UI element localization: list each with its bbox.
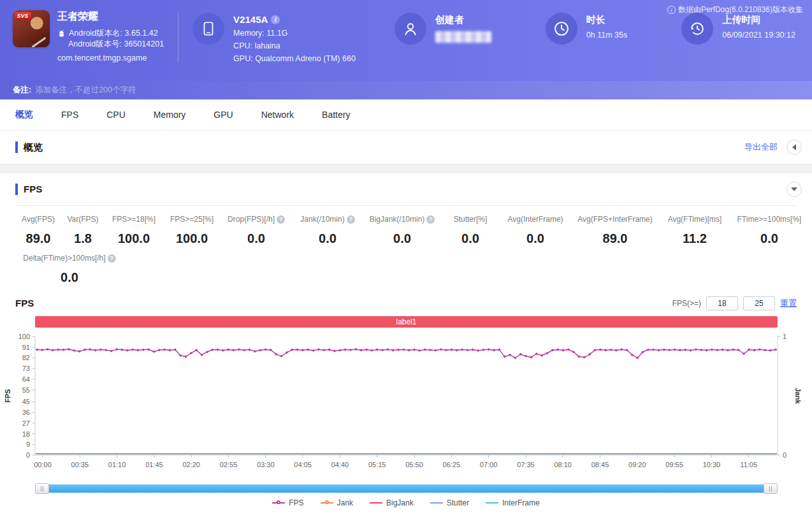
chart-range-scrollbar	[35, 483, 778, 495]
svg-text:82: 82	[22, 354, 30, 361]
svg-text:FPS: FPS	[4, 389, 11, 402]
device-info-icon[interactable]: i	[271, 15, 280, 24]
svg-text:05:50: 05:50	[405, 461, 423, 468]
tab-fps[interactable]: FPS	[61, 110, 78, 120]
stat-value: 0.0	[294, 231, 361, 246]
reset-link[interactable]: 重置	[780, 298, 797, 309]
help-icon[interactable]: ?	[277, 215, 285, 224]
scrollbar-track[interactable]	[35, 484, 778, 493]
legend-item-interframe[interactable]: InterFrame	[486, 498, 540, 507]
fps-threshold-low-input[interactable]	[706, 296, 738, 310]
svg-text:100: 100	[18, 333, 30, 340]
svg-text:02:20: 02:20	[182, 461, 200, 468]
tab-battery[interactable]: Battery	[322, 110, 350, 120]
chart-legend: FPSJankBigJankStutterInterFrame	[0, 495, 812, 510]
tab-gpu[interactable]: GPU	[214, 110, 233, 120]
scrollbar-left-handle[interactable]	[35, 483, 49, 494]
svg-text:64: 64	[22, 375, 30, 383]
legend-item-stutter[interactable]: Stutter	[430, 498, 469, 507]
android-version-code: Android版本号: 365014201	[68, 39, 164, 50]
creator-circle	[395, 13, 426, 45]
report-header: i 数据由PerfDog(6.0.210836)版本收集 5V5 王者荣耀 An…	[0, 0, 812, 81]
legend-item-jank[interactable]: Jank	[321, 498, 353, 507]
svg-text:27: 27	[22, 419, 30, 427]
legend-item-fps[interactable]: FPS	[272, 498, 303, 507]
remark-label: 备注:	[13, 85, 31, 96]
creator-block: 创建者	[395, 13, 491, 45]
fps-threshold-high-input[interactable]	[743, 296, 775, 310]
fps-chart-title: FPS	[15, 298, 34, 308]
export-all-link[interactable]: 导出全部	[744, 141, 778, 153]
stat-r1-6: BigJank(/10min)?0.0	[363, 215, 441, 246]
section-tabs: 概览FPSCPUMemoryGPUNetworkBattery	[0, 99, 812, 131]
stat-label: Drop(FPS)[/h]	[228, 215, 275, 224]
spacer	[654, 9, 655, 59]
fps-chart-area[interactable]: 100918273645545362718901000:0000:3501:10…	[0, 328, 812, 482]
svg-text:11:05: 11:05	[740, 461, 757, 468]
stat-label: FTime>=100ms[%]	[737, 215, 802, 224]
creator-name-redacted	[435, 31, 491, 43]
stat-value: 0.0	[502, 231, 569, 246]
remark-bar[interactable]: 备注: 添加备注，不超过200个字符	[0, 81, 812, 99]
svg-text:07:35: 07:35	[517, 461, 535, 468]
stat-value: 89.0	[574, 231, 656, 246]
legend-marker	[272, 502, 285, 504]
legend-label: Stutter	[447, 498, 469, 507]
device-info-block: V2145A i Memory: 11.1G CPU: lahaina GPU:…	[192, 13, 356, 63]
svg-text:04:05: 04:05	[294, 461, 312, 468]
svg-text:00:35: 00:35	[71, 461, 89, 468]
stat-label: Avg(FTime)[ms]	[668, 215, 722, 224]
svg-text:04:40: 04:40	[331, 461, 349, 468]
spacer	[518, 9, 519, 59]
overview-title: 概览	[15, 141, 43, 153]
tab-network[interactable]: Network	[261, 110, 294, 120]
scrollbar-right-handle[interactable]	[764, 483, 778, 494]
tab-概览[interactable]: 概览	[15, 109, 33, 120]
svg-text:05:15: 05:15	[368, 461, 386, 468]
duration-label: 时长	[586, 14, 627, 26]
stat-label: FPS>=18[%]	[112, 215, 156, 224]
fps-stats-row-1: Avg(FPS)89.0Var(FPS)1.8FPS>=18[%]100.0FP…	[0, 206, 812, 246]
stat-label: Avg(InterFrame)	[507, 215, 563, 224]
svg-text:73: 73	[22, 365, 30, 372]
overview-section-header: 概览 导出全部	[0, 131, 812, 164]
tab-cpu[interactable]: CPU	[106, 110, 126, 120]
legend-dot	[277, 500, 280, 504]
spacer	[375, 9, 375, 59]
stat-label: BigJank(/10min)	[370, 215, 425, 224]
help-icon[interactable]: ?	[347, 215, 355, 224]
svg-text:1: 1	[783, 333, 787, 340]
overview-collapse-button[interactable]	[787, 140, 802, 155]
legend-marker	[430, 502, 443, 504]
stat-label: Delta(FTime)>100ms[/h]	[23, 254, 105, 263]
stat-value: 100.0	[107, 231, 161, 246]
fps-line-chart[interactable]: 100918273645545362718901000:0000:3501:10…	[0, 328, 812, 479]
game-title: 王者荣耀	[57, 10, 164, 24]
stat-value: 11.2	[662, 231, 728, 246]
header-divider	[178, 13, 178, 62]
svg-text:07:00: 07:00	[480, 461, 498, 468]
svg-text:01:45: 01:45	[145, 461, 163, 468]
device-gpu: GPU: Qualcomm Adreno (TM) 660	[233, 54, 356, 63]
help-icon[interactable]: ?	[426, 215, 435, 224]
legend-dot	[325, 500, 329, 504]
fps-section-header: FPS	[0, 173, 812, 205]
svg-text:08:10: 08:10	[554, 461, 572, 468]
triangle-left-icon	[792, 144, 796, 150]
android-version-name: Android版本名: 3.65.1.42	[69, 28, 158, 39]
legend-label: FPS	[289, 498, 303, 507]
svg-text:02:55: 02:55	[220, 461, 238, 468]
legend-label: InterFrame	[502, 498, 540, 507]
svg-text:01:10: 01:10	[108, 461, 126, 468]
stat-value: 89.0	[18, 231, 59, 246]
svg-text:91: 91	[22, 344, 30, 351]
legend-marker	[370, 502, 382, 504]
stat-r1-5: Jank(/10min)?0.0	[292, 215, 363, 246]
tab-memory[interactable]: Memory	[154, 110, 186, 120]
help-icon[interactable]: ?	[108, 254, 116, 263]
device-cpu: CPU: lahaina	[233, 41, 356, 50]
fps-collapse-button[interactable]	[787, 182, 802, 197]
legend-item-bigjank[interactable]: BigJank	[370, 498, 414, 507]
stat-label: Jank(/10min)	[300, 215, 344, 224]
fps-section-title: FPS	[15, 184, 42, 195]
